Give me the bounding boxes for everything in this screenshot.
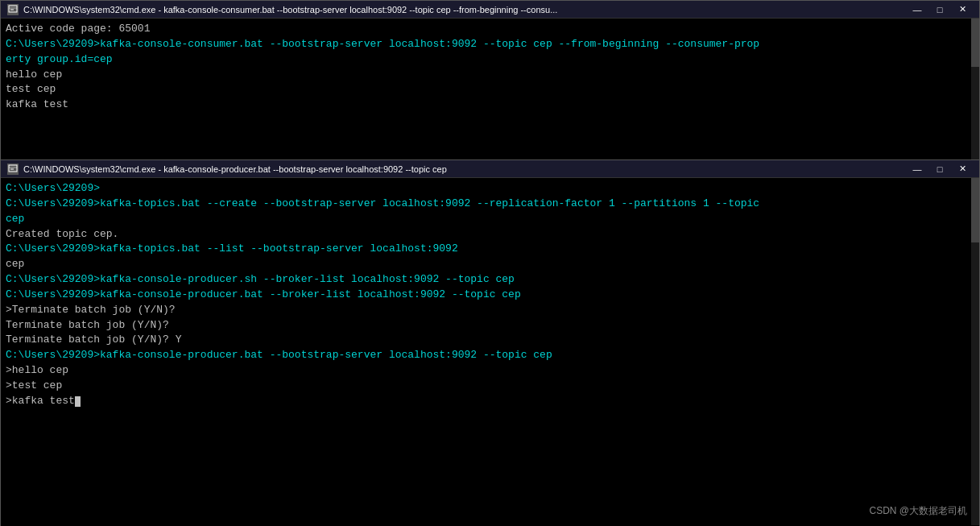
terminal-line: kafka test [6, 97, 974, 113]
bottom-scrollbar[interactable] [971, 178, 979, 525]
terminal-line: C:\Users\29209>kafka-topics.bat --create… [6, 197, 974, 212]
top-title-bar: C:\WINDOWS\system32\cmd.exe - kafka-cons… [1, 1, 979, 19]
watermark: CSDN @大数据老司机 [869, 504, 967, 518]
top-title-text: C:\WINDOWS\system32\cmd.exe - kafka-cons… [23, 5, 557, 14]
terminal-line: C:\Users\29209>kafka-topics.bat --list -… [6, 242, 974, 257]
top-title-bar-left: C:\WINDOWS\system32\cmd.exe - kafka-cons… [7, 4, 557, 15]
terminal-line: >hello cep [6, 363, 974, 379]
top-scrollbar[interactable] [971, 19, 979, 160]
terminal-line: test cep [6, 82, 974, 97]
bottom-terminal-window: C:\WINDOWS\system32\cmd.exe - kafka-cons… [0, 159, 980, 526]
terminal-line: Terminate batch job (Y/N)? Y [6, 333, 974, 348]
terminal-line: Active code page: 65001 [6, 22, 974, 37]
terminal-line: cep [6, 212, 974, 227]
svg-rect-0 [9, 6, 17, 12]
cmd-icon [7, 4, 19, 15]
top-window-controls: — □ ✕ [907, 2, 973, 17]
terminal-line: C:\Users\29209>kafka-console-producer.ba… [6, 288, 974, 303]
terminal-line: cep [6, 257, 974, 272]
terminal-line: Terminate batch job (Y/N)? [6, 318, 974, 333]
svg-rect-3 [9, 165, 17, 172]
terminal-line: >kafka test [6, 394, 974, 409]
cmd-icon-2 [7, 164, 19, 175]
bottom-scrollbar-thumb[interactable] [971, 178, 979, 242]
bottom-terminal-body: C:\Users\29209>C:\Users\29209>kafka-topi… [1, 178, 979, 526]
top-terminal-window: C:\WINDOWS\system32\cmd.exe - kafka-cons… [0, 0, 980, 161]
terminal-line: hello cep [6, 68, 974, 83]
terminal-line: >test cep [6, 379, 974, 394]
top-maximize-button[interactable]: □ [929, 2, 950, 17]
terminal-line: Created topic cep. [6, 227, 974, 242]
bottom-title-text: C:\WINDOWS\system32\cmd.exe - kafka-cons… [23, 164, 447, 174]
top-minimize-button[interactable]: — [907, 2, 928, 17]
bottom-title-bar: C:\WINDOWS\system32\cmd.exe - kafka-cons… [1, 160, 979, 178]
bottom-window-controls: — □ ✕ [907, 162, 973, 176]
terminal-line: C:\Users\29209>kafka-console-consumer.ba… [6, 37, 974, 52]
bottom-minimize-button[interactable]: — [907, 162, 928, 176]
terminal-line: C:\Users\29209> [6, 181, 974, 197]
top-close-button[interactable]: ✕ [952, 2, 973, 17]
terminal-line: erty group.id=cep [6, 52, 974, 68]
screen: C:\WINDOWS\system32\cmd.exe - kafka-cons… [0, 0, 980, 526]
bottom-title-bar-left: C:\WINDOWS\system32\cmd.exe - kafka-cons… [7, 164, 447, 175]
bottom-maximize-button[interactable]: □ [929, 162, 950, 176]
terminal-line: C:\Users\29209>kafka-console-producer.sh… [6, 272, 974, 288]
bottom-close-button[interactable]: ✕ [952, 162, 973, 176]
terminal-line: >Terminate batch job (Y/N)? [6, 303, 974, 318]
top-terminal-body: Active code page: 65001C:\Users\29209>ka… [1, 19, 979, 162]
top-scrollbar-thumb[interactable] [971, 19, 979, 67]
terminal-line: C:\Users\29209>kafka-console-producer.ba… [6, 348, 974, 363]
cursor [75, 396, 81, 407]
